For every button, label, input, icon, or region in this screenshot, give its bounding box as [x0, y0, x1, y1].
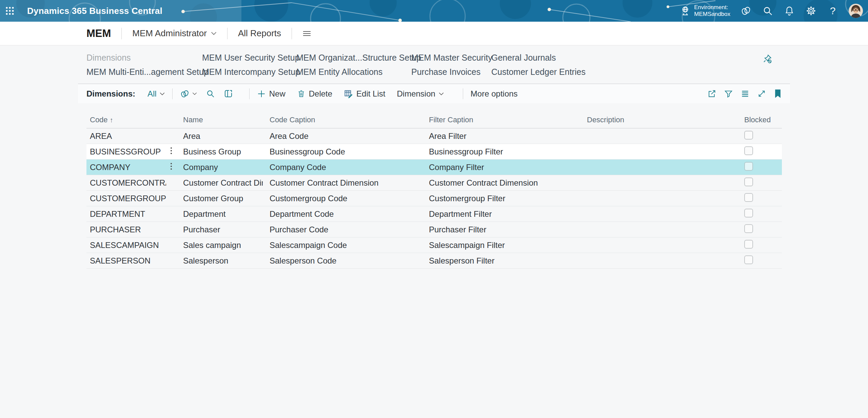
cell-code-caption[interactable]: Purchaser Code	[263, 225, 422, 234]
user-avatar[interactable]	[844, 0, 868, 22]
cell-filter-caption[interactable]: Company Filter	[422, 163, 580, 172]
quick-link[interactable]: General Journals	[491, 53, 790, 63]
analysis-mode-icon[interactable]	[224, 89, 233, 98]
cell-code-caption[interactable]: Salescampaign Code	[263, 241, 422, 250]
cell-name[interactable]: Sales campaign	[176, 241, 263, 250]
cell-filter-caption[interactable]: Customer Contract Dimension	[422, 178, 580, 188]
company-name[interactable]: MEM	[86, 27, 111, 40]
column-header-description[interactable]: Description	[580, 116, 737, 124]
quick-link[interactable]: MEM Organizat...Structure Setup	[296, 53, 411, 63]
cell-name[interactable]: Purchaser	[176, 225, 263, 234]
cell-name[interactable]: Company	[176, 163, 263, 172]
blocked-checkbox[interactable]	[744, 209, 753, 217]
view-filter-dropdown[interactable]: All	[147, 89, 165, 99]
cell-filter-caption[interactable]: Salesperson Filter	[422, 256, 580, 266]
dimension-menu-button[interactable]: Dimension	[397, 89, 443, 99]
edit-list-button[interactable]: Edit List	[344, 89, 385, 99]
quick-link[interactable]: Purchase Invoices	[411, 67, 491, 77]
more-options-button[interactable]: More options	[471, 89, 518, 99]
search-list-icon[interactable]	[206, 89, 215, 98]
quick-link[interactable]: MEM Master Security	[411, 53, 491, 63]
cell-name[interactable]: Customer Contract Dimension	[176, 178, 263, 188]
copilot-dropdown-icon[interactable]	[180, 89, 197, 99]
table-row[interactable]: BUSINESSGROUP Business Group Businessgro…	[86, 144, 782, 160]
cell-filter-caption[interactable]: Purchaser Filter	[422, 225, 580, 234]
blocked-checkbox[interactable]	[744, 193, 753, 202]
column-header-filter-caption[interactable]: Filter Caption	[422, 116, 580, 124]
blocked-checkbox[interactable]	[744, 224, 753, 233]
blocked-checkbox[interactable]	[744, 177, 753, 186]
cell-filter-caption[interactable]: Department Filter	[422, 209, 580, 219]
row-context-menu-icon[interactable]	[170, 147, 172, 155]
role-center-menu[interactable]: MEM Administrator	[132, 28, 217, 39]
cell-filter-caption[interactable]: Customergroup Filter	[422, 194, 580, 203]
table-row[interactable]: CUSTOMERGROUP Customer Group Customergro…	[86, 191, 782, 206]
all-reports-menu[interactable]: All Reports	[238, 28, 281, 39]
cell-code[interactable]: CUSTOMERGROUP	[90, 194, 166, 203]
notifications-icon[interactable]	[778, 0, 800, 22]
cell-name[interactable]: Salesperson	[176, 256, 263, 266]
search-icon[interactable]	[757, 0, 778, 22]
cell-code[interactable]: AREA	[90, 131, 112, 141]
cell-code-caption[interactable]: Company Code	[263, 163, 422, 172]
quick-link[interactable]: MEM User Security Setup	[202, 53, 296, 63]
table-row[interactable]: AREA Area Area Code Area Filter	[86, 128, 782, 144]
table-row[interactable]: DEPARTMENT Department Department Code De…	[86, 206, 782, 222]
more-menu-icon[interactable]	[302, 30, 311, 37]
table-row[interactable]: PURCHASER Purchaser Purchaser Code Purch…	[86, 222, 782, 237]
blocked-checkbox[interactable]	[744, 240, 753, 249]
cell-code[interactable]: PURCHASER	[90, 225, 141, 234]
cell-filter-caption[interactable]: Businessgroup Filter	[422, 147, 580, 156]
cell-code-caption[interactable]: Customergroup Code	[263, 194, 422, 203]
cell-code[interactable]: SALESPERSON	[90, 256, 151, 265]
blocked-checkbox[interactable]	[744, 162, 753, 171]
cell-filter-caption[interactable]: Area Filter	[422, 131, 580, 141]
settings-icon[interactable]	[800, 0, 822, 22]
cell-name[interactable]: Area	[176, 131, 263, 141]
unpin-icon[interactable]	[762, 54, 772, 64]
cell-code[interactable]: DEPARTMENT	[90, 209, 145, 218]
quick-link[interactable]: MEM Multi-Enti...agement Setup	[86, 67, 202, 77]
blocked-checkbox[interactable]	[744, 146, 753, 155]
new-button[interactable]: New	[257, 89, 285, 99]
column-header-blocked[interactable]: Blocked	[737, 116, 782, 124]
help-icon[interactable]: ?	[822, 0, 844, 22]
expand-icon[interactable]	[757, 89, 766, 98]
quick-link[interactable]: Customer Ledger Entries	[491, 67, 790, 77]
blocked-checkbox[interactable]	[744, 255, 753, 264]
cell-name[interactable]: Business Group	[176, 147, 263, 156]
choose-columns-icon[interactable]	[741, 89, 750, 98]
cell-code[interactable]: BUSINESSGROUP	[90, 147, 161, 156]
table-row[interactable]: SALESPERSON Salesperson Salesperson Code…	[86, 253, 782, 269]
column-header-code[interactable]: Code↑	[86, 116, 166, 124]
quick-link[interactable]: Dimensions	[86, 53, 202, 63]
environment-switcher[interactable]: Environment: MEMSandbox	[675, 0, 735, 22]
cell-code[interactable]: CUSTOMERCONTRACT	[90, 178, 166, 187]
cell-name[interactable]: Department	[176, 209, 263, 219]
cell-code-caption[interactable]: Area Code	[263, 131, 422, 141]
cell-code-caption[interactable]: Businessgroup Code	[263, 147, 422, 156]
bookmark-icon[interactable]	[774, 89, 782, 98]
app-title[interactable]: Dynamics 365 Business Central	[27, 6, 162, 16]
cell-name[interactable]: Customer Group	[176, 194, 263, 203]
copilot-icon[interactable]	[735, 0, 757, 22]
row-context-menu-icon[interactable]	[170, 162, 172, 170]
column-header-name[interactable]: Name	[176, 116, 263, 124]
table-row[interactable]: COMPANY Company Company Code Company Fil…	[86, 160, 782, 175]
table-row[interactable]: CUSTOMERCONTRACT Customer Contract Dimen…	[86, 175, 782, 191]
share-icon[interactable]	[707, 89, 716, 98]
cell-filter-caption[interactable]: Salescampaign Filter	[422, 241, 580, 250]
quick-link[interactable]: MEM Intercompany Setup	[202, 67, 296, 77]
app-launcher-icon[interactable]	[0, 0, 20, 22]
blocked-checkbox[interactable]	[744, 131, 753, 140]
cell-code-caption[interactable]: Customer Contract Dimension	[263, 178, 422, 188]
table-row[interactable]: SALESCAMPAIGN Sales campaign Salescampai…	[86, 237, 782, 253]
cell-code-caption[interactable]: Salesperson Code	[263, 256, 422, 266]
quick-link[interactable]: MEM Entity Allocations	[296, 67, 411, 77]
cell-code[interactable]: SALESCAMPAIGN	[90, 241, 159, 250]
column-header-code-caption[interactable]: Code Caption	[263, 116, 422, 124]
cell-code[interactable]: COMPANY	[90, 163, 131, 172]
filter-icon[interactable]	[724, 89, 733, 98]
delete-button[interactable]: Delete	[297, 89, 332, 99]
cell-code-caption[interactable]: Department Code	[263, 209, 422, 219]
